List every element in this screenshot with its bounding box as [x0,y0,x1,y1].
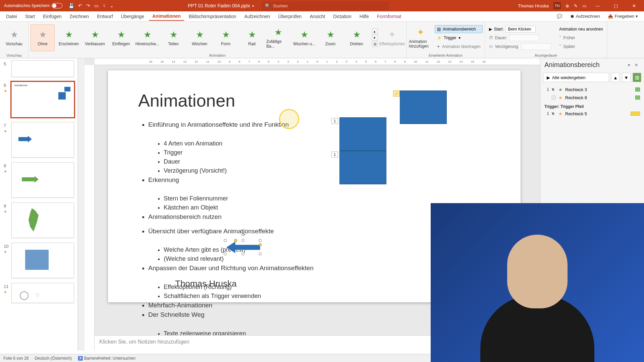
tab-ansicht[interactable]: Ansicht [306,12,328,20]
move-down-button[interactable]: ▾ [622,73,631,82]
tab-entwurf[interactable]: Entwurf [94,12,116,20]
tab-bildschirm[interactable]: Bildschirmpräsentation [185,12,240,20]
anim-drehen[interactable]: ★Drehen [344,24,369,51]
preview-button[interactable]: ★ Vorschau [2,24,26,51]
record-button[interactable]: ⏺ Aufzeichnen [567,12,603,20]
anim-form[interactable]: ★Form [214,24,238,51]
comments-button[interactable]: 💬 [553,12,566,20]
cloud-icon[interactable]: ⊕ [566,3,569,8]
anim-item[interactable]: 1 🖱 ★ Rechteck 3 [544,85,641,94]
anim-ohne[interactable]: ★Ohne [31,24,55,51]
gallery-more-icon[interactable]: ⊟ [372,41,378,47]
rect-3[interactable] [339,117,386,151]
tab-datei[interactable]: Datei [3,12,20,20]
anim-rad[interactable]: ★Rad [240,24,264,51]
anim-erscheinen[interactable]: ★Erscheinen [57,24,81,51]
tab-ueberpruefen[interactable]: Überprüfen [275,12,305,20]
anim-einfliegen[interactable]: ★Einfliegen [109,24,133,51]
touch-icon[interactable]: ☟ [103,3,106,8]
add-animation-button[interactable]: ✦Animation hinzufügen [409,24,433,51]
slide-thumb-11[interactable]: 11★ ♡ [11,283,74,303]
slide-title[interactable]: Animationen [108,70,521,111]
tab-aufzeichnen[interactable]: Aufzeichnen [241,12,273,20]
handle[interactable] [224,252,227,255]
anim-teilen[interactable]: ★Teilen [161,24,185,51]
slide-thumbnails[interactable]: 5 6★ Animationen 7★ 8★ 9★ 10★ 11★ ♡ [0,58,78,351]
tab-animationen[interactable]: Animationen [149,12,184,21]
animpane-options-icon[interactable]: ▾ [625,61,633,69]
search-input[interactable]: 🔍 Suchen [262,1,389,10]
slide-thumb-6[interactable]: 6★ Animationen [11,82,74,117]
delay-field[interactable] [521,43,551,50]
start-field[interactable]: Beim Klicken [505,26,536,33]
move-earlier-button[interactable]: ˄Früher [557,34,605,42]
anim-wischen[interactable]: ★Wischen [187,24,212,51]
rect-top[interactable] [400,90,447,124]
anim-tag-1b[interactable]: 1 [331,152,338,158]
slide-author[interactable]: Thomas Hruska [175,279,237,289]
animation-pane-button[interactable]: ▤Animationsbereich [435,25,483,33]
animpane-close-icon[interactable]: ✕ [633,61,640,69]
autosave-toggle[interactable]: Automatisches Speichern [4,3,62,8]
duration-field[interactable] [509,35,539,41]
tab-zeichnen[interactable]: Zeichnen [66,12,93,20]
tab-einfuegen[interactable]: Einfügen [40,12,65,20]
slideshow-icon[interactable]: ▭ [94,3,99,8]
handle[interactable] [241,239,245,242]
accessibility-status[interactable]: ♿ Barrierefreiheit: Untersuchen [78,356,136,361]
adjust-handle[interactable] [234,239,237,242]
rotate-handle[interactable]: ⟳ [241,232,246,237]
anim-wischenu[interactable]: ★Wischen u... [292,24,316,51]
tab-uebergaenge[interactable]: Übergänge [118,12,148,20]
filename[interactable]: PPT 01 Roter Faden 004.pptx ▾ [188,3,254,8]
share-button[interactable]: 📤 Freigeben ▾ [604,12,641,20]
save-icon[interactable]: 💾 [68,3,74,8]
handle[interactable] [241,252,245,255]
anim-hineinschw[interactable]: ★Hineinschw... [135,24,159,51]
play-all-button[interactable]: ▶Alle wiedergeben [543,73,609,82]
slide-thumb-8[interactable]: 8★ [11,162,74,198]
qat-more-icon[interactable]: ⌄ [110,3,114,8]
undo-icon[interactable]: ↶ [78,3,82,8]
user-avatar[interactable]: TH [553,2,561,9]
move-later-button[interactable]: ˅Später [557,43,605,51]
effect-options-button[interactable]: ✦Effektoptionen [380,24,404,51]
anim-item[interactable]: 1 🖱 ★ Rechteck 5 [544,110,641,118]
minimize-button[interactable]: — [591,0,604,11]
user-name[interactable]: Thomas Hruska [518,3,549,8]
ribbon-display-icon[interactable]: ▭ [582,3,586,8]
anim-tag-1a[interactable]: 1 [331,118,338,124]
redo-icon[interactable]: ↷ [86,3,90,8]
slide-thumb-9[interactable]: 9★ [11,202,74,238]
handle[interactable] [259,252,262,255]
status-slide-count[interactable]: Folie 6 von 26 [3,356,29,361]
anim-zufall[interactable]: ★Zufällige Ba... [266,24,290,51]
status-language[interactable]: Deutsch (Österreich) [35,356,72,361]
anim-item[interactable]: 🕘 ★ Rechteck 8 [544,94,641,102]
tab-formformat[interactable]: Formformat [374,12,405,20]
gallery-down-icon[interactable]: ▾ [372,35,378,41]
rect-8[interactable] [339,151,386,184]
move-up-button[interactable]: ▴ [611,73,620,82]
expand-button[interactable]: ⊞ [633,73,641,82]
trigger-button[interactable]: ⚡Trigger ▾ [435,34,483,42]
pen-icon[interactable]: ✎ [574,3,578,8]
maximize-button[interactable]: ▢ [609,0,623,11]
tab-start[interactable]: Start [22,12,39,20]
tab-dictation[interactable]: Dictation [330,12,355,20]
thumb-scrollbar[interactable] [78,58,85,351]
slide-thumb-10[interactable]: 10★ [11,243,74,278]
anim-zoom[interactable]: ★Zoom [318,24,342,51]
animation-painter-button[interactable]: ✦Animation übertragen [435,43,483,51]
adjust-handle[interactable] [259,243,262,246]
slide-thumb-7[interactable]: 7★ [11,122,74,158]
handle[interactable] [224,239,227,242]
handle[interactable] [259,239,262,242]
anim-verblassen[interactable]: ★Verblassen [83,24,107,51]
tab-hilfe[interactable]: Hilfe [356,12,372,20]
gallery-up-icon[interactable]: ▴ [372,28,378,34]
arrow-shape[interactable]: ⟳ [225,241,260,254]
autosave-switch[interactable] [52,3,62,8]
close-button[interactable]: ✕ [627,0,641,11]
slide-thumb-5[interactable]: 5 [11,60,74,77]
